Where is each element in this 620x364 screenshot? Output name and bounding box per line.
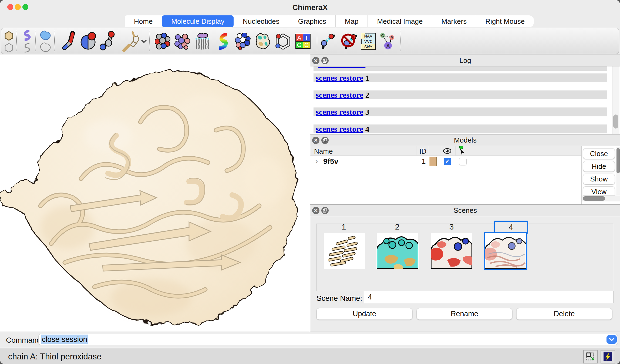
svg-text:C: C xyxy=(304,42,309,48)
svg-text:T: T xyxy=(305,34,308,41)
scenes-close-icon[interactable]: ✕ xyxy=(312,207,319,214)
show-hide-atoms-icon[interactable] xyxy=(2,28,16,54)
command-bar: Command: close session xyxy=(0,332,620,348)
log-close-icon[interactable]: ✕ xyxy=(312,57,319,64)
show-hide-surfaces-icon[interactable] xyxy=(38,28,53,54)
scene-4-label[interactable]: 4 xyxy=(494,221,528,234)
models-horizontal-scrollbar-thumb[interactable] xyxy=(583,196,605,201)
tab-molecule-display[interactable]: Molecule Display xyxy=(162,15,234,27)
shown-column-eye-icon[interactable] xyxy=(443,147,452,156)
log-command-link[interactable]: scenes restore xyxy=(316,73,363,83)
color-electrostatic-icon[interactable] xyxy=(234,28,251,54)
svg-text:A: A xyxy=(297,34,301,41)
scene-delete-button[interactable]: Delete xyxy=(516,308,612,320)
svg-text:C: C xyxy=(381,33,384,38)
nucleotide-style-icon[interactable] xyxy=(121,28,141,54)
selection-mode-button[interactable] xyxy=(583,350,598,363)
model-selected-checkbox[interactable] xyxy=(459,158,467,165)
rainbow-color-icon[interactable] xyxy=(215,28,230,54)
scene-update-button[interactable]: Update xyxy=(316,308,412,320)
log-command-link[interactable]: scenes restore xyxy=(316,90,363,100)
scenes-panel-header: ✕ Scenes xyxy=(310,204,620,216)
scenes-panel-title: Scenes xyxy=(310,205,620,216)
model-name: 9f5v xyxy=(323,157,338,166)
show-hbonds-icon[interactable] xyxy=(320,28,336,54)
model-row-9f5v[interactable]: › 9f5v 1 ✓ xyxy=(310,157,581,167)
log-undock-icon[interactable] xyxy=(321,57,329,64)
column-divider xyxy=(416,146,416,156)
models-close-icon[interactable]: ✕ xyxy=(312,137,319,144)
show-hide-cartoons-icon[interactable] xyxy=(19,28,33,54)
svg-text:MAV: MAV xyxy=(364,34,373,39)
models-undock-icon[interactable] xyxy=(321,137,329,144)
scene-2-label[interactable]: 2 xyxy=(381,222,413,231)
nucleotide-style-dropdown-chevron-icon[interactable] xyxy=(140,28,148,54)
nucleotide-letters-icon[interactable]: A T G C xyxy=(295,28,311,54)
models-show-button[interactable]: Show xyxy=(583,174,615,184)
scene-3-label[interactable]: 3 xyxy=(435,222,468,231)
svg-text:SWY: SWY xyxy=(364,45,373,50)
tab-graphics[interactable]: Graphics xyxy=(289,15,336,27)
tab-markers[interactable]: Markers xyxy=(432,15,476,27)
model-shown-checkbox[interactable]: ✓ xyxy=(444,158,451,165)
scene-1-label[interactable]: 1 xyxy=(328,222,360,231)
scene-4-thumbnail[interactable] xyxy=(485,233,526,269)
log-command-link[interactable]: scenes restore xyxy=(318,66,365,68)
scenes-undock-icon[interactable] xyxy=(321,207,329,214)
svg-text:B: B xyxy=(390,35,393,40)
command-history-dropdown-button[interactable] xyxy=(606,335,617,344)
tab-right-mouse[interactable]: Right Mouse xyxy=(476,15,534,27)
stick-style-icon[interactable] xyxy=(61,28,78,54)
column-divider xyxy=(428,146,428,156)
scene-name-input[interactable]: 4 xyxy=(364,291,614,303)
tab-medical-image[interactable]: Medical Image xyxy=(368,15,432,27)
log-entry: scenes restore 1 xyxy=(314,73,607,82)
command-input[interactable]: close session xyxy=(38,334,618,345)
scene-rename-button[interactable]: Rename xyxy=(417,308,512,320)
chimerax-window: ChimeraX Home Molecule Display Nucleotid… xyxy=(0,0,620,364)
svg-text:VVC: VVC xyxy=(364,39,373,44)
toolbar-separator xyxy=(149,31,150,51)
log-entry: scenes restore 3 xyxy=(314,107,607,116)
svg-text:A: A xyxy=(386,43,390,49)
models-vertical-scrollbar-thumb[interactable] xyxy=(616,148,620,173)
scene-1-thumbnail[interactable] xyxy=(324,233,365,269)
sequence-alignment-icon[interactable]: MAV VVC SWY xyxy=(360,28,376,54)
color-by-chain-icon[interactable] xyxy=(174,28,190,54)
scene-3-thumbnail[interactable] xyxy=(431,233,472,269)
svg-text:G: G xyxy=(297,42,301,48)
log-entry-partial: scenes restore2 xyxy=(314,66,607,71)
scene-2-thumbnail[interactable] xyxy=(377,233,418,269)
model-color-swatch[interactable] xyxy=(429,157,437,166)
models-view-button[interactable]: View xyxy=(583,186,615,196)
fast-mode-button[interactable] xyxy=(601,350,615,363)
log-command-link[interactable]: scenes restore xyxy=(316,107,363,117)
nucleotide-ring-icon[interactable] xyxy=(275,28,291,54)
select-column-cursor-icon[interactable] xyxy=(457,146,465,158)
tab-home[interactable]: Home xyxy=(125,15,162,27)
ribbon-tab-bar: Home Molecule Display Nucleotides Graphi… xyxy=(125,15,534,27)
models-column-name[interactable]: Name xyxy=(314,147,333,156)
tab-nucleotides[interactable]: Nucleotides xyxy=(234,15,289,27)
hide-hbonds-icon[interactable] xyxy=(339,28,358,54)
models-column-id[interactable]: ID xyxy=(419,147,426,156)
scene-name-label: Scene Name: xyxy=(316,294,362,303)
toolbar-separator xyxy=(317,31,317,51)
models-hide-button[interactable]: Hide xyxy=(583,161,615,172)
toolbar-separator xyxy=(35,31,36,51)
membrane-lipid-icon[interactable] xyxy=(194,28,211,54)
graphics-viewport[interactable] xyxy=(0,55,310,332)
disclosure-chevron-icon[interactable]: › xyxy=(315,156,318,166)
sphere-style-icon[interactable] xyxy=(80,28,97,54)
log-command-link[interactable]: scenes restore xyxy=(316,124,363,134)
window-title: ChimeraX xyxy=(0,3,620,12)
models-close-button[interactable]: Close xyxy=(583,148,615,159)
ball-and-stick-style-icon[interactable] xyxy=(99,28,116,54)
color-heteroatom-icon[interactable] xyxy=(154,28,171,54)
chains-diagram-icon[interactable]: C B A xyxy=(379,28,395,54)
color-hydrophobicity-icon[interactable] xyxy=(254,28,271,54)
tab-map[interactable]: Map xyxy=(336,15,368,27)
toolbar-separator xyxy=(54,31,55,51)
log-content[interactable]: scenes restore2 scenes restore 1 scenes … xyxy=(310,66,620,134)
log-scrollbar-thumb[interactable] xyxy=(613,114,618,129)
